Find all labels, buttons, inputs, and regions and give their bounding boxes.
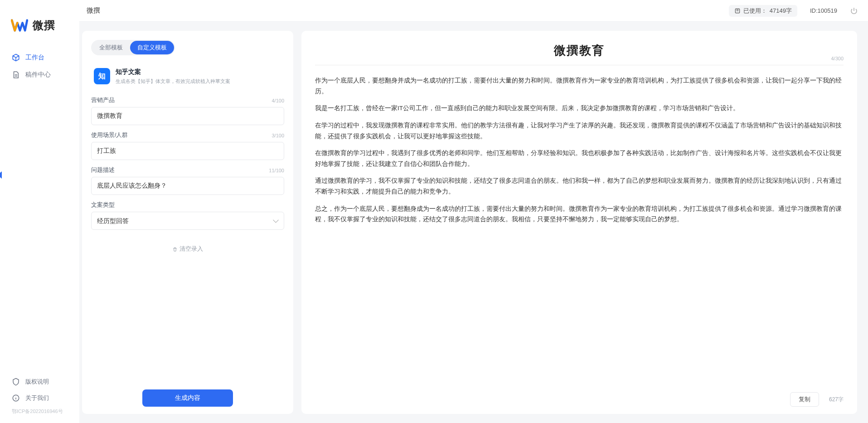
template-tabs: 全部模板 自定义模板 (91, 40, 175, 55)
tab-all-templates[interactable]: 全部模板 (92, 41, 130, 54)
nav-label: 工作台 (25, 53, 44, 62)
page-title: 微撰 (87, 6, 100, 15)
primary-nav: 工作台 稿件中心 (0, 45, 79, 87)
field-count: 11/100 (269, 168, 284, 173)
nav-item-drafts[interactable]: 稿件中心 (0, 66, 79, 83)
shield-icon (12, 378, 20, 386)
nav-item-about[interactable]: 关于我们 (0, 390, 79, 406)
doc-title-count: 4/300 (831, 56, 844, 61)
output-panel: 微撰教育 4/300 作为一个底层人民，要想翻身并成为一名成功的打工族，需要付出… (301, 31, 857, 414)
topbar-right: 已使用： 47149字 ID:100519 (729, 5, 858, 17)
style-select[interactable]: 经历型回答 (91, 212, 284, 230)
doc-title: 微撰教育 (315, 43, 844, 58)
info-icon (12, 394, 20, 402)
icp-text: 鄂ICP备2022016946号 (0, 406, 79, 417)
brand-name: 微撰 (33, 18, 55, 33)
template-desc: 生成各类【知乎】体文章，有效完成软植入种草文案 (116, 78, 281, 85)
usage-label: 已使用： (743, 7, 767, 15)
clear-label: 清空录入 (179, 245, 203, 253)
doc-body: 作为一个底层人民，要想翻身并成为一名成功的打工族，需要付出大量的努力和时间。微撰… (315, 75, 844, 231)
content-row: 全部模板 自定义模板 知 知乎文案 生成各类【知乎】体文章，有效完成软植入种草文… (79, 22, 868, 423)
field-label: 问题描述 (91, 166, 115, 174)
power-icon[interactable] (850, 7, 858, 15)
field-problem: 问题描述 11/100 (91, 166, 284, 195)
nav-label: 关于我们 (25, 394, 49, 402)
nav-label: 稿件中心 (25, 71, 51, 79)
main-area: 微撰 已使用： 47149字 ID:100519 (79, 0, 868, 423)
trash-icon (172, 247, 178, 252)
doc-paragraph: 在学习的过程中，我发现微撰教育的课程非常实用。他们的教学方法很有趣，让我对学习产… (315, 120, 844, 141)
product-input[interactable] (91, 107, 284, 125)
nav-item-copyright[interactable]: 版权说明 (0, 374, 79, 390)
field-scene: 使用场景/人群 3/100 (91, 131, 284, 160)
nav-item-workspace[interactable]: 工作台 (0, 49, 79, 66)
nav-label: 版权说明 (25, 378, 49, 386)
text-usage-icon (734, 8, 741, 14)
doc-paragraph: 我是一名打工族，曾经在一家IT公司工作，但一直感到自己的能力和职业发展空间有限。… (315, 103, 844, 114)
doc-paragraph: 总之，作为一个底层人民，要想翻身成为一名成功的打工族，需要付出大量的努力和时间。… (315, 204, 844, 225)
generate-button[interactable]: 生成内容 (142, 389, 233, 407)
template-title: 知乎文案 (116, 68, 281, 76)
field-label: 使用场景/人群 (91, 131, 128, 139)
template-info: 知乎文案 生成各类【知乎】体文章，有效完成软植入种草文案 (116, 68, 281, 85)
field-style: 文案类型 经历型回答 (91, 201, 284, 230)
field-product: 营销产品 4/100 (91, 97, 284, 125)
field-label: 文案类型 (91, 201, 115, 209)
doc-paragraph: 通过微撰教育的学习，我不仅掌握了专业的知识和技能，还结交了很多志同道合的朋友。他… (315, 175, 844, 197)
usage-value: 47149字 (770, 7, 792, 15)
tab-custom-templates[interactable]: 自定义模板 (130, 41, 174, 54)
doc-icon (12, 71, 20, 79)
doc-paragraph: 作为一个底层人民，要想翻身并成为一名成功的打工族，需要付出大量的努力和时间。微撰… (315, 75, 844, 97)
field-label: 营销产品 (91, 97, 115, 104)
char-count: 627字 (829, 396, 844, 404)
doc-paragraph: 在微撰教育的学习过程中，我遇到了很多优秀的老师和同学。他们互相帮助，分享经验和知… (315, 148, 844, 169)
problem-input[interactable] (91, 177, 284, 195)
field-count: 3/100 (272, 133, 284, 138)
form-panel: 全部模板 自定义模板 知 知乎文案 生成各类【知乎】体文章，有效完成软植入种草文… (82, 31, 293, 414)
logo-mark-icon (11, 19, 28, 32)
sidebar-footer: 版权说明 关于我们 鄂ICP备2022016946号 (0, 374, 79, 423)
usage-indicator: 已使用： 47149字 (729, 5, 797, 17)
user-id: ID:100519 (810, 7, 837, 14)
template-card: 知 知乎文案 生成各类【知乎】体文章，有效完成软植入种草文案 (91, 63, 284, 93)
field-count: 4/100 (272, 98, 284, 103)
topbar: 微撰 已使用： 47149字 ID:100519 (79, 0, 868, 22)
brand-logo: 微撰 (0, 8, 79, 45)
cube-icon (12, 53, 20, 62)
copy-button[interactable]: 复制 (790, 392, 819, 407)
sidebar: 微撰 工作台 稿件中心 版权说明 (0, 0, 79, 423)
template-badge-icon: 知 (94, 68, 110, 84)
doc-footer: 复制 627字 (315, 386, 844, 407)
doc-title-wrap: 微撰教育 4/300 (315, 43, 844, 65)
scene-input[interactable] (91, 142, 284, 160)
clear-input-button[interactable]: 清空录入 (172, 245, 203, 253)
